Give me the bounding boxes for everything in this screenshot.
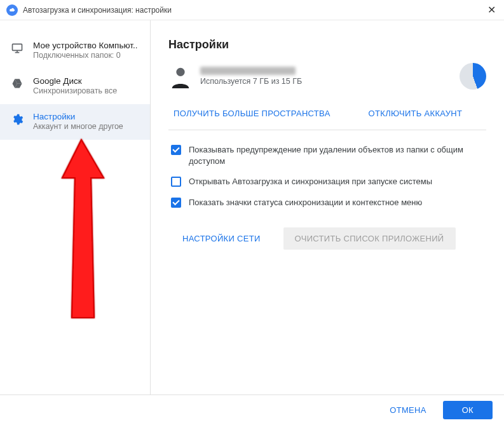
sidebar-item-sublabel: Синхронизировать все (33, 86, 141, 95)
ok-button[interactable]: ОК (443, 401, 493, 419)
check-open-on-startup[interactable]: Открывать Автозагрузка и синхронизация п… (168, 176, 486, 187)
check-show-sync-icons[interactable]: Показать значки статуса синхронизации и … (168, 197, 486, 208)
storage-usage-text: Используется 7 ГБ из 15 ГБ (200, 77, 452, 86)
svg-point-6 (176, 68, 184, 76)
monitor-icon (10, 42, 24, 55)
main-panel: Настройки Используется 7 ГБ из 15 ГБ ПОЛ… (151, 20, 504, 395)
check-warn-delete[interactable]: Показывать предупреждение при удалении о… (168, 144, 486, 167)
drive-icon (10, 78, 24, 89)
sidebar-item-sublabel: Аккаунт и многое другое (33, 122, 141, 131)
account-email (200, 67, 296, 75)
sidebar-item-label: Настройки (33, 112, 141, 121)
dialog-footer: ОТМЕНА ОК (0, 395, 504, 425)
sidebar-item-settings[interactable]: Настройки Аккаунт и многое другое (0, 104, 150, 140)
checkbox-icon[interactable] (171, 177, 181, 187)
sidebar-item-label: Мое устройство Компьют.. (33, 41, 141, 50)
gear-icon (10, 113, 24, 126)
close-icon[interactable]: ✕ (485, 4, 498, 16)
svg-rect-0 (13, 44, 22, 50)
sidebar: Мое устройство Компьют.. Подключенных па… (0, 20, 151, 395)
avatar-icon (168, 64, 193, 88)
cancel-button[interactable]: ОТМЕНА (379, 400, 436, 420)
account-row: Используется 7 ГБ из 15 ГБ (168, 63, 486, 90)
checkbox-label: Показать значки статуса синхронизации и … (189, 197, 422, 208)
network-settings-button[interactable]: НАСТРОЙКИ СЕТИ (175, 227, 268, 250)
checkbox-label: Открывать Автозагрузка и синхронизация п… (189, 176, 432, 187)
disconnect-account-link[interactable]: ОТКЛЮЧИТЬ АККАУНТ (369, 109, 463, 118)
window-title: Автозагрузка и синхронизация: настройки (23, 6, 485, 15)
get-more-space-link[interactable]: ПОЛУЧИТЬ БОЛЬШЕ ПРОСТРАНСТВА (174, 109, 330, 118)
checkbox-icon[interactable] (171, 145, 181, 155)
cloud-app-icon (6, 4, 18, 16)
clear-apps-button: ОЧИСТИТЬ СПИСОК ПРИЛОЖЕНИЙ (283, 227, 456, 250)
svg-marker-8 (177, 78, 184, 83)
sidebar-item-drive[interactable]: Google Диск Синхронизировать все (0, 69, 150, 104)
checkbox-label: Показывать предупреждение при удалении о… (189, 144, 486, 167)
sidebar-item-device[interactable]: Мое устройство Компьют.. Подключенных па… (0, 33, 150, 69)
checkbox-icon[interactable] (171, 198, 181, 208)
page-title: Настройки (168, 38, 486, 51)
titlebar: Автозагрузка и синхронизация: настройки … (0, 0, 504, 20)
sidebar-item-sublabel: Подключенных папок: 0 (33, 51, 141, 60)
sidebar-item-label: Google Диск (33, 76, 141, 86)
storage-pie-icon (460, 63, 486, 90)
